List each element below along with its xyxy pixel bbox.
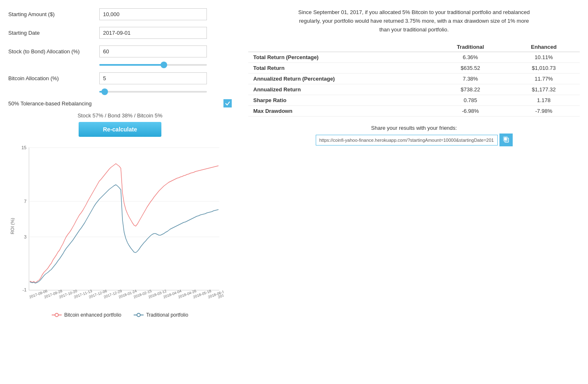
bitcoin-slider-row bbox=[8, 91, 232, 93]
table-row: Total Return $635.52 $1,010.73 bbox=[248, 63, 580, 74]
table-row: Sharpe Ratio 0.785 1.178 bbox=[248, 95, 580, 106]
table-row: Max Drawdown -6.98% -7.98% bbox=[248, 106, 580, 117]
copy-button[interactable] bbox=[499, 134, 513, 146]
results-table: Traditional Enhanced Total Return (Perce… bbox=[248, 42, 580, 117]
rebalancing-checkbox[interactable] bbox=[223, 99, 232, 107]
metric-cell: Sharpe Ratio bbox=[248, 95, 433, 106]
bitcoin-enhanced-line bbox=[30, 164, 218, 283]
starting-date-input[interactable] bbox=[99, 27, 207, 39]
share-label: Share your results with your friends: bbox=[248, 125, 580, 131]
metric-cell: Total Return (Percentage) bbox=[248, 52, 433, 63]
chart-container: 15 7 3 -1 ROI (%) 2017-09-06 2017-09-28 … bbox=[8, 143, 232, 318]
allocation-text: Stock 57% / Bond 38% / Bitcoin 5% bbox=[8, 112, 232, 119]
legend-bitcoin-label: Bitcoin enhanced portfolio bbox=[64, 312, 121, 318]
svg-text:ROI (%): ROI (%) bbox=[10, 218, 15, 234]
summary-text: Since September 01, 2017, if you allocat… bbox=[298, 8, 530, 34]
starting-date-label: Starting Date bbox=[8, 30, 99, 36]
legend-bitcoin-enhanced: Bitcoin enhanced portfolio bbox=[52, 312, 121, 318]
bitcoin-slider-track[interactable] bbox=[99, 91, 207, 93]
starting-amount-row: Starting Amount ($) bbox=[8, 8, 232, 20]
metric-cell: Total Return bbox=[248, 63, 433, 74]
enhanced-cell: $1,177.32 bbox=[508, 84, 580, 95]
legend-traditional-label: Traditional portfolio bbox=[146, 312, 188, 318]
svg-point-25 bbox=[55, 313, 58, 317]
table-row: Total Return (Percentage) 6.36% 10.11% bbox=[248, 52, 580, 63]
traditional-cell: $635.52 bbox=[433, 63, 508, 74]
table-header-enhanced: Enhanced bbox=[508, 42, 580, 52]
share-url-row bbox=[248, 134, 580, 146]
bitcoin-alloc-row: Bitcoin Allocation (%) bbox=[8, 72, 232, 84]
traditional-cell: 7.38% bbox=[433, 74, 508, 84]
starting-date-row: Starting Date bbox=[8, 27, 232, 39]
enhanced-cell: 10.11% bbox=[508, 52, 580, 63]
rebalancing-label: 50% Tolerance-based Rebalancing bbox=[8, 100, 223, 107]
table-row: Annualized Return $738.22 $1,177.32 bbox=[248, 84, 580, 95]
starting-amount-label: Starting Amount ($) bbox=[8, 11, 99, 17]
table-row: Annualized Return (Percentage) 7.38% 11.… bbox=[248, 74, 580, 84]
roi-chart: 15 7 3 -1 ROI (%) 2017-09-06 2017-09-28 … bbox=[8, 143, 223, 309]
bitcoin-alloc-label: Bitcoin Allocation (%) bbox=[8, 75, 99, 81]
share-section: Share your results with your friends: bbox=[248, 125, 580, 146]
svg-text:7: 7 bbox=[24, 199, 26, 204]
bitcoin-alloc-input[interactable] bbox=[99, 72, 207, 84]
stock-bond-row: Stock (to Bond) Allocation (%) bbox=[8, 45, 232, 57]
svg-rect-31 bbox=[504, 137, 507, 141]
enhanced-cell: $1,010.73 bbox=[508, 63, 580, 74]
stock-bond-label: Stock (to Bond) Allocation (%) bbox=[8, 48, 99, 55]
stock-bond-input[interactable] bbox=[99, 45, 207, 57]
rebalancing-row: 50% Tolerance-based Rebalancing bbox=[8, 99, 232, 107]
enhanced-cell: 11.77% bbox=[508, 74, 580, 84]
svg-text:-1: -1 bbox=[22, 287, 26, 292]
svg-point-27 bbox=[137, 313, 140, 317]
enhanced-cell: -7.98% bbox=[508, 106, 580, 117]
right-panel: Since September 01, 2017, if you allocat… bbox=[248, 8, 580, 318]
traditional-cell: 0.785 bbox=[433, 95, 508, 106]
traditional-cell: -6.98% bbox=[433, 106, 508, 117]
traditional-cell: $738.22 bbox=[433, 84, 508, 95]
svg-text:15: 15 bbox=[22, 145, 26, 150]
starting-amount-input[interactable] bbox=[99, 8, 207, 20]
chart-legend: Bitcoin enhanced portfolio Traditional p… bbox=[8, 312, 232, 318]
recalculate-button[interactable]: Re-calculate bbox=[79, 122, 161, 137]
metric-cell: Annualized Return bbox=[248, 84, 433, 95]
table-header-metric bbox=[248, 42, 433, 52]
left-panel: Starting Amount ($) Starting Date Stock … bbox=[8, 8, 232, 318]
stock-bond-slider-row bbox=[8, 64, 232, 66]
traditional-cell: 6.36% bbox=[433, 52, 508, 63]
metric-cell: Max Drawdown bbox=[248, 106, 433, 117]
legend-traditional: Traditional portfolio bbox=[134, 312, 188, 318]
enhanced-cell: 1.178 bbox=[508, 95, 580, 106]
traditional-portfolio-line bbox=[30, 185, 218, 283]
table-header-traditional: Traditional bbox=[433, 42, 508, 52]
metric-cell: Annualized Return (Percentage) bbox=[248, 74, 433, 84]
share-url-input[interactable] bbox=[316, 135, 498, 145]
stock-bond-slider-track[interactable] bbox=[99, 64, 207, 66]
svg-text:3: 3 bbox=[24, 234, 26, 239]
